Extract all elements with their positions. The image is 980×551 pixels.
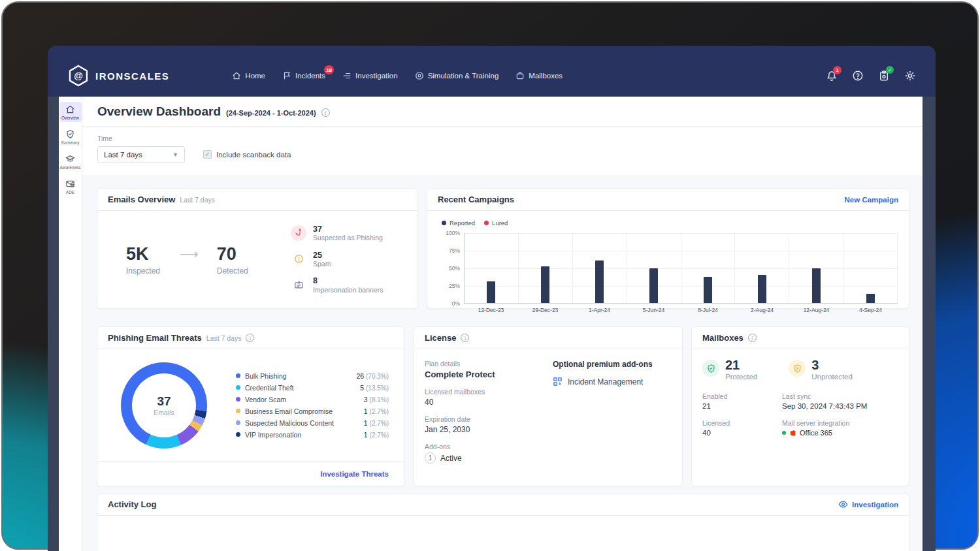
unprotected-stat: 3 Unprotected [789, 358, 853, 381]
integration-field: Mail server integration Office 365 [782, 419, 898, 437]
bar-reported[interactable] [812, 268, 821, 304]
nav-item-mailboxes[interactable]: Mailboxes [515, 71, 563, 80]
license-info-icon[interactable]: i [461, 334, 469, 342]
x-tick-label: 5-Jun-24 [627, 304, 681, 313]
licensed-label: Licensed [702, 419, 782, 427]
sidebar: Overview Summary Awareness ADE [59, 97, 82, 551]
activity-investigation-link[interactable]: Investigation [838, 499, 898, 509]
legend-label: Reported [449, 219, 475, 227]
recent-campaigns-card: Recent Campaigns New Campaign Reported [427, 188, 909, 309]
reported-dot-icon [442, 221, 446, 225]
y-tick-label: 0% [452, 300, 460, 307]
expiration-value: Jan 25, 2030 [425, 425, 553, 434]
investigate-threats-link[interactable]: Investigate Threats [320, 470, 389, 478]
gear-icon [904, 70, 916, 82]
help-button[interactable] [852, 70, 864, 82]
bar-reported[interactable] [487, 281, 495, 303]
emails-overview-subtitle: Last 7 days [180, 196, 215, 204]
notifications-button[interactable]: 1 [826, 70, 838, 82]
last-sync-field: Last sync Sep 30, 2024 7:43:43 PM [782, 392, 898, 410]
shield-check-icon [702, 360, 719, 377]
protected-label: Protected [725, 373, 757, 381]
legend-dot-icon [236, 385, 240, 390]
bar-reported[interactable] [541, 266, 549, 303]
phishing-threats-title: Phishing Email Threats [108, 333, 202, 343]
nav-item-simulation-training[interactable]: Simulation & Training [415, 71, 499, 80]
bar-column [735, 233, 789, 303]
premium-addon-label: Incident Management [568, 377, 643, 386]
recent-campaigns-title: Recent Campaigns [438, 195, 514, 204]
tasks-ok-badge: ✓ [886, 66, 894, 74]
threat-legend-percent: (2.7%) [370, 408, 389, 415]
bar-reported[interactable] [704, 277, 712, 303]
bar-reported[interactable] [758, 275, 766, 303]
threat-legend-value: 26 (70.3%) [356, 372, 389, 380]
incident-management-icon [553, 377, 563, 386]
enabled-label: Enabled [702, 392, 782, 400]
sidebar-item-awareness[interactable]: Awareness [59, 151, 82, 172]
activity-log-card: Activity Log Investigation [97, 493, 909, 551]
nav-item-incidents[interactable]: Incidents 18 [282, 71, 325, 80]
bar-reported[interactable] [866, 294, 875, 303]
threat-legend-percent: (13.5%) [366, 385, 389, 392]
mailboxes-info-icon[interactable]: i [748, 334, 757, 342]
license-card: License i Plan details Complete Protect [414, 326, 683, 486]
new-campaign-link[interactable]: New Campaign [845, 196, 898, 204]
x-tick-label: 1-Apr-24 [572, 304, 627, 313]
bar-column [627, 233, 681, 303]
nav-item-label: Incidents [295, 72, 325, 80]
threat-legend-label: Bulk Phishing [245, 372, 351, 380]
simulation-target-icon [415, 71, 424, 80]
phishing-info-icon[interactable]: i [246, 334, 254, 342]
spam-value: 25 [313, 251, 331, 260]
nav-item-home[interactable]: Home [232, 71, 265, 80]
settings-button[interactable] [904, 70, 916, 82]
time-select[interactable]: Last 7 days ▼ [97, 146, 185, 163]
bar-column [789, 233, 843, 303]
bar-column [519, 233, 573, 303]
spam-stat: 25 Spam [291, 251, 400, 269]
phishing-threats-card: Phishing Email Threats Last 7 days i 37 … [97, 326, 405, 486]
last-sync-label: Last sync [782, 392, 898, 400]
threat-legend-label: Business Email Compromise [245, 407, 359, 415]
sidebar-item-overview[interactable]: Overview [59, 102, 82, 122]
sidebar-item-summary[interactable]: Summary [59, 127, 82, 147]
bar-reported[interactable] [649, 268, 658, 304]
campaigns-chart: Reported Lured 100%75%50%25%0% [427, 211, 909, 317]
threats-legend: Bulk Phishing26 (70.3%)Credential Theft5… [236, 372, 389, 439]
detected-stat: 70 Detected [217, 244, 248, 276]
threat-legend-label: VIP Impersonation [245, 431, 359, 439]
integration-label: Mail server integration [782, 419, 898, 427]
threat-legend-percent: (2.7%) [370, 432, 389, 439]
licensed-mailboxes: Licensed mailboxes 40 [425, 388, 553, 407]
legend-dot-icon [236, 432, 240, 437]
premium-addon-incident-management: Incident Management [553, 377, 653, 386]
bar-column [843, 233, 898, 303]
activity-log-title: Activity Log [108, 499, 156, 509]
protected-value: 21 [725, 358, 757, 371]
svg-text:@: @ [74, 71, 83, 81]
x-tick-label: 12-Dec-23 [464, 304, 518, 313]
campaigns-legend: Reported Lured [442, 219, 898, 227]
incidents-count-badge: 18 [324, 65, 334, 74]
unprotected-label: Unprotected [811, 373, 853, 381]
nav-item-investigation[interactable]: Investigation [342, 71, 398, 80]
sidebar-item-label: Overview [61, 116, 79, 120]
sidebar-item-label: Summary [61, 140, 80, 145]
licensed-field: Licensed 40 [702, 419, 782, 437]
scanback-checkbox[interactable]: ✓ [203, 150, 212, 159]
tasks-button[interactable]: ✓ [878, 70, 890, 82]
chevron-down-icon: ▼ [172, 151, 178, 158]
page-info-icon[interactable]: i [321, 108, 330, 117]
bar-reported[interactable] [595, 260, 604, 303]
header-actions: 1 ✓ [826, 70, 916, 82]
threat-legend-value: 5 (13.5%) [360, 384, 389, 392]
sidebar-item-ade[interactable]: ADE [59, 176, 82, 197]
dashboard-cards: Emails Overview Last 7 days 5K Inspected… [82, 176, 923, 551]
legend-label: Lured [492, 219, 508, 227]
eye-icon [838, 499, 848, 509]
scanback-checkbox-row[interactable]: ✓ Include scanback data [203, 150, 291, 159]
expiration-label: Expiration date [425, 415, 553, 423]
mailboxes-case-icon [515, 71, 525, 80]
threat-legend-value: 1 (2.7%) [364, 419, 389, 427]
